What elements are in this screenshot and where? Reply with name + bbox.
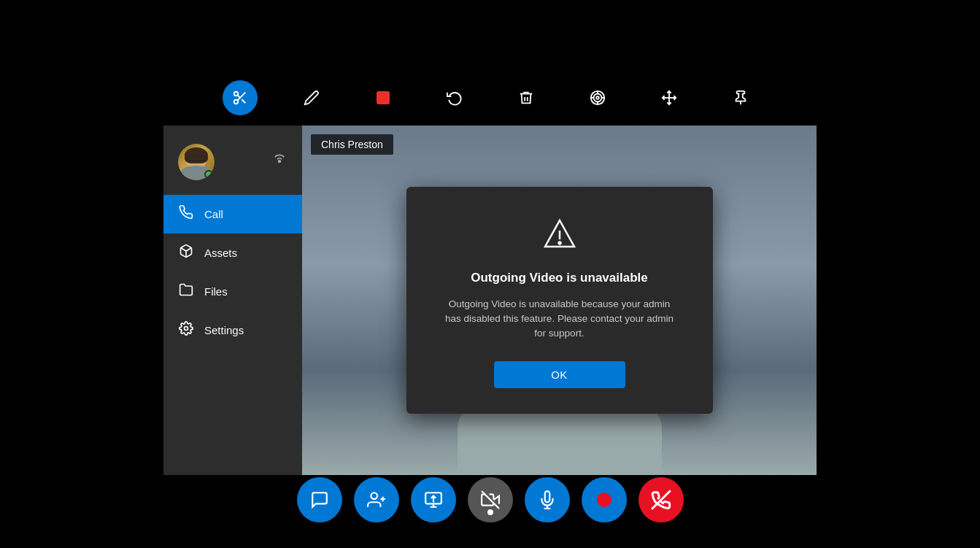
square-button[interactable]: [366, 80, 401, 115]
target-button[interactable]: [580, 80, 615, 115]
call-label: Call: [204, 208, 223, 220]
svg-point-7: [596, 96, 599, 99]
dialog-overlay: Outgoing Video is unavailable Outgoing V…: [302, 126, 817, 475]
online-status: [204, 170, 213, 179]
video-toggle-button[interactable]: [468, 477, 513, 522]
video-area: Chris Preston Outgoing Video is unavaila…: [302, 126, 817, 475]
screen-share-button[interactable]: [411, 477, 456, 522]
sidebar-nav: Call Assets Files: [163, 195, 302, 350]
svg-line-4: [237, 95, 240, 98]
warning-icon: [443, 216, 676, 258]
settings-icon: [178, 321, 194, 339]
call-icon: [178, 205, 194, 223]
sidebar-item-files[interactable]: Files: [163, 272, 302, 311]
assets-icon: [178, 244, 194, 262]
sidebar: Call Assets Files: [163, 126, 302, 475]
dialog-box: Outgoing Video is unavailable Outgoing V…: [406, 187, 713, 414]
move-button[interactable]: [652, 80, 687, 115]
assets-label: Assets: [204, 247, 237, 259]
delete-button[interactable]: [509, 80, 544, 115]
top-toolbar: [223, 80, 758, 115]
svg-point-19: [558, 242, 560, 244]
undo-button[interactable]: [437, 80, 472, 115]
wifi-icon: [271, 151, 288, 166]
svg-point-20: [371, 493, 377, 499]
sidebar-item-settings[interactable]: Settings: [163, 311, 302, 350]
sidebar-item-call[interactable]: Call: [163, 195, 302, 234]
pin-button[interactable]: [723, 80, 758, 115]
avatar-row: [163, 133, 302, 184]
avatar: [178, 144, 215, 180]
files-label: Files: [204, 285, 228, 298]
settings-label: Settings: [204, 324, 244, 336]
dialog-ok-button[interactable]: OK: [494, 361, 625, 388]
files-icon: [178, 282, 194, 301]
sidebar-item-assets[interactable]: Assets: [163, 234, 302, 272]
record-button[interactable]: [582, 477, 627, 522]
tools-button[interactable]: [223, 80, 258, 115]
svg-point-15: [279, 160, 281, 162]
microphone-button[interactable]: [525, 477, 570, 522]
svg-line-3: [242, 99, 245, 103]
pen-button[interactable]: [294, 80, 329, 115]
svg-point-1: [234, 100, 238, 104]
svg-point-0: [234, 92, 238, 96]
dialog-message: Outgoing Video is unavailable because yo…: [443, 297, 676, 341]
dialog-title: Outgoing Video is unavailable: [443, 271, 676, 285]
call-controls: [297, 477, 684, 522]
svg-point-17: [185, 327, 188, 331]
end-call-button[interactable]: [638, 477, 684, 522]
add-participant-button[interactable]: [354, 477, 399, 522]
main-area: Call Assets Files: [163, 126, 817, 475]
svg-point-6: [593, 94, 601, 102]
chat-button[interactable]: [297, 477, 342, 522]
